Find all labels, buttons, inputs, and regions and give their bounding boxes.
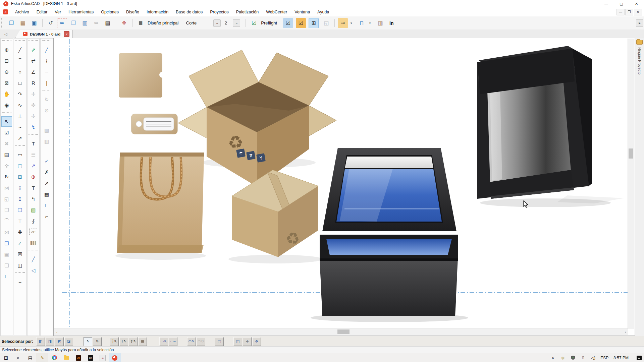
paint-app-button[interactable]: ✎ — [36, 353, 48, 362]
select-lasso-disabled-button[interactable]: ◠↻ — [197, 337, 205, 346]
move-dimension-tool[interactable]: ✛ — [28, 89, 39, 99]
start-button[interactable]: ⊞ — [0, 353, 12, 362]
language-indicator[interactable]: ESP — [598, 353, 611, 362]
clock[interactable]: 8:57 PM — [613, 353, 629, 362]
copy-overlap-tool[interactable]: ❏ — [1, 238, 12, 248]
palette-drag-handle[interactable] — [2, 40, 11, 43]
menu-archivo[interactable]: Archivo — [11, 8, 33, 16]
menu-base-de-datos[interactable]: Base de datos — [172, 8, 206, 16]
step-line-tool[interactable]: ⌐ — [41, 211, 52, 222]
select-by-rect-right-button[interactable]: ◨ — [46, 337, 54, 346]
task-view-button[interactable]: ▤ — [24, 353, 36, 362]
cube-3d-tool[interactable]: ❒ — [15, 205, 25, 215]
select-dimension-button[interactable]: ⇕↖ — [129, 337, 138, 346]
delete-tool[interactable]: ✖ — [1, 138, 12, 149]
attach-file-tool[interactable]: ∮ — [28, 216, 39, 226]
convert-disabled-button[interactable]: ➥ — [91, 18, 101, 28]
mirror-tool[interactable]: ⋈ — [1, 183, 12, 193]
defender-shield-icon[interactable]: ✔ — [568, 353, 578, 362]
menu-informacion[interactable]: Información — [143, 8, 172, 16]
editor-app-button[interactable]: ☕ — [97, 353, 109, 362]
tray-expand-button[interactable]: ∧ — [548, 353, 558, 362]
vertical-scroll-thumb[interactable] — [629, 148, 633, 159]
palette-drag-handle[interactable] — [15, 145, 25, 148]
blank-box-tool[interactable]: ▢ — [15, 161, 25, 171]
project-panel-strip[interactable]: Ningún Proyecto — [635, 38, 644, 336]
explorer-app-button[interactable] — [60, 353, 72, 362]
palette-drag-handle[interactable] — [42, 90, 51, 93]
maximize-button[interactable]: ▢ — [614, 0, 629, 7]
select-graphic-button[interactable]: ▦ — [138, 337, 147, 346]
select-marquee-button[interactable]: ▢ — [215, 337, 224, 346]
hatch-line-tool[interactable]: ▥ — [41, 136, 52, 146]
snap-dropdown-button[interactable]: ▾ — [349, 18, 353, 28]
volume-icon[interactable]: ◁) — [588, 353, 598, 362]
grid-copies-tool[interactable]: ⊞ — [15, 172, 25, 182]
rotate-copy-tool[interactable]: ↻ — [41, 94, 52, 105]
fillet-tool[interactable]: ⌣ — [15, 277, 25, 287]
zoom-in-tool[interactable]: ⊕ — [1, 45, 12, 55]
zoom-extents-tool[interactable]: ⊠ — [1, 78, 12, 88]
preflight-button[interactable]: ☑ — [249, 18, 259, 28]
select-inside-button[interactable]: ◩ — [55, 337, 64, 346]
copy-mirror-tool[interactable]: ⋈ — [1, 227, 12, 237]
preview-tool[interactable]: ◉ — [1, 100, 12, 110]
bridge-tool[interactable]: ╱ — [41, 45, 52, 55]
select-tool[interactable]: ↖ — [1, 116, 12, 127]
scale-tool[interactable]: ◱ — [1, 194, 12, 204]
pan-tool[interactable]: ✋ — [1, 89, 12, 99]
radius-tool[interactable]: R — [28, 78, 39, 88]
mdi-close-button[interactable]: ✕ — [634, 9, 642, 15]
sheet-tool[interactable]: ▭ — [15, 149, 25, 160]
eye-grid-tool[interactable]: ◫ — [15, 260, 25, 270]
delete-box-tool[interactable]: ☒ — [15, 249, 25, 259]
snap-options-button[interactable]: ⇝ — [338, 18, 348, 28]
palette-drag-handle[interactable] — [2, 112, 11, 115]
spec-sheet-button[interactable]: ▤ — [103, 18, 113, 28]
move-point-tool[interactable]: ↗ — [15, 133, 25, 143]
zoom-step-down-button[interactable]: ⌄ — [213, 19, 221, 27]
select-line-button[interactable]: ┆↖ — [110, 337, 119, 346]
close-button[interactable]: ✕ — [629, 0, 644, 7]
mdi-restore-button[interactable]: ❐ — [625, 9, 633, 15]
checklist-user-button[interactable]: ☑ — [296, 18, 306, 28]
search-button[interactable]: ⌕ — [12, 353, 24, 362]
rotate-tool[interactable]: ↻ — [1, 172, 12, 182]
line-tool[interactable]: ╱ — [15, 45, 25, 55]
notification-button[interactable]: ☰ — [634, 353, 644, 362]
menu-editar[interactable]: Editar — [33, 8, 51, 16]
select-add-button[interactable]: ⇖ — [93, 337, 102, 346]
detail-grid-tool[interactable]: ▦ — [41, 189, 52, 199]
minimize-button[interactable]: — — [599, 0, 614, 7]
arrow-plus-tool[interactable]: ✚ — [15, 227, 25, 237]
dimension-tool[interactable]: ⇗ — [28, 45, 39, 55]
tab-close-button[interactable]: x — [64, 31, 69, 37]
palette-drag-handle[interactable] — [29, 250, 38, 253]
shape-dropdown-button[interactable]: ▾ — [368, 18, 372, 28]
tab-scroll-left-button[interactable]: ◁ — [2, 31, 9, 38]
hatch-area-tool[interactable]: ▨ — [41, 125, 52, 135]
horizontal-scrollbar[interactable]: ‹ › — [54, 328, 628, 335]
chrome-app-button[interactable] — [48, 353, 60, 362]
rectangle-tool[interactable]: □ — [15, 78, 25, 88]
scroll-left-arrow[interactable]: ‹ — [54, 329, 60, 335]
curve-tool[interactable]: ↷ — [15, 89, 25, 99]
extend-line-tool[interactable]: ╱ — [28, 254, 39, 264]
zoom-step-up-button[interactable]: ⌄ — [233, 19, 240, 27]
paragraph-tool[interactable]: ☰ — [28, 149, 39, 160]
perforation-tool[interactable]: ┄ — [41, 67, 52, 77]
menu-opciones[interactable]: Opciones — [97, 8, 122, 16]
zigzag-tool[interactable]: Z — [15, 238, 25, 248]
network-icon[interactable]: ⌷ — [578, 353, 588, 362]
blank-card[interactable] — [119, 53, 165, 98]
palette-drag-handle[interactable] — [42, 40, 51, 43]
convert-to-3d-button[interactable]: ❒ — [68, 18, 78, 28]
circle-tool[interactable]: ○ — [15, 67, 25, 77]
select-box-edge-button[interactable]: ▭↖ — [159, 337, 168, 346]
layers-icon[interactable]: ≣ — [136, 18, 146, 28]
artioscad-app-button[interactable] — [109, 353, 121, 362]
arc-tool[interactable]: ⌒ — [15, 56, 25, 66]
palette-drag-handle[interactable] — [15, 272, 25, 275]
fit-disabled-button[interactable]: ◱ — [321, 18, 331, 28]
text-tool[interactable]: T — [28, 138, 39, 149]
